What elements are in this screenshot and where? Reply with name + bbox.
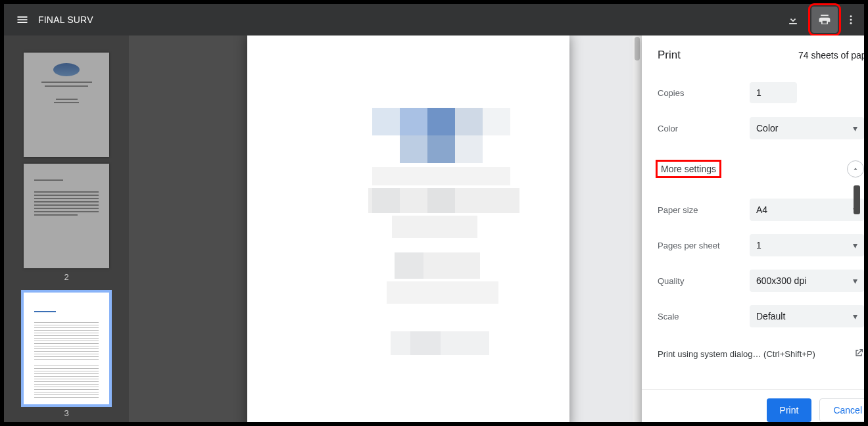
print-preview-background — [569, 36, 642, 422]
open-external-icon — [854, 348, 864, 360]
pdf-topbar: FINAL SURV — [4, 4, 864, 36]
thumbnail-page-2[interactable] — [24, 164, 109, 268]
pages-per-sheet-value: 1 — [756, 240, 761, 250]
thumbnail-number-2: 2 — [64, 272, 68, 282]
color-label: Color — [658, 124, 750, 133]
thumbnail-page-3[interactable] — [24, 293, 109, 404]
quality-select[interactable]: 600x300 dpi ▾ — [750, 270, 864, 292]
caret-down-icon: ▾ — [853, 311, 857, 321]
caret-down-icon: ▾ — [853, 240, 857, 250]
copies-input[interactable] — [750, 82, 797, 103]
preview-scrollbar[interactable] — [633, 36, 642, 422]
scale-select[interactable]: Default ▾ — [750, 305, 864, 327]
svg-point-1 — [850, 19, 852, 21]
print-button[interactable]: Print — [767, 398, 812, 422]
thumbnail-number-3: 3 — [64, 408, 68, 418]
page-viewer[interactable]: analysis, which identified values and be… — [129, 36, 864, 422]
chevron-up-icon — [852, 165, 859, 173]
paper-size-select[interactable]: A4 ▾ — [750, 199, 864, 221]
window-drag-handle[interactable] — [854, 185, 860, 214]
print-icon[interactable] — [811, 7, 838, 33]
more-settings-toggle-label[interactable]: More settings — [658, 162, 719, 176]
pages-per-sheet-label: Pages per sheet — [658, 241, 750, 250]
caret-down-icon: ▾ — [853, 275, 857, 286]
print-sheet-count: 74 sheets of paper — [798, 50, 864, 60]
pages-per-sheet-select[interactable]: 1 ▾ — [750, 234, 864, 256]
quality-value: 600x300 dpi — [756, 275, 806, 286]
svg-point-2 — [850, 22, 852, 24]
pdf-body: 2 3 analysis, which identified values an… — [4, 36, 864, 422]
thumbnail-sidebar[interactable]: 2 3 — [4, 36, 129, 422]
svg-point-0 — [850, 15, 852, 17]
paper-size-value: A4 — [756, 204, 767, 215]
copies-label: Copies — [658, 88, 750, 98]
document-title: FINAL SURV — [38, 14, 93, 25]
color-select-value: Color — [756, 123, 778, 133]
quality-label: Quality — [658, 276, 750, 286]
download-icon[interactable] — [780, 7, 806, 33]
print-dialog: Print 74 sheets of paper Copies Color Co… — [642, 36, 864, 422]
more-settings-collapse-button[interactable] — [847, 160, 864, 178]
scale-label: Scale — [658, 312, 750, 321]
more-vert-icon[interactable] — [843, 7, 859, 33]
system-dialog-label: Print using system dialog… (Ctrl+Shift+P… — [658, 349, 815, 359]
scale-value: Default — [756, 311, 785, 321]
print-preview-page — [247, 36, 569, 422]
thumbnail-page-1[interactable] — [24, 53, 109, 157]
color-select[interactable]: Color ▾ — [750, 117, 864, 139]
preview-scrollbar-thumb[interactable] — [635, 37, 640, 60]
caret-down-icon: ▾ — [853, 123, 857, 133]
cancel-button[interactable]: Cancel — [819, 398, 864, 422]
hamburger-menu-icon[interactable] — [9, 7, 36, 33]
paper-size-label: Paper size — [658, 205, 750, 215]
system-dialog-link[interactable]: Print using system dialog… (Ctrl+Shift+P… — [658, 334, 864, 373]
print-dialog-title: Print — [658, 49, 681, 62]
